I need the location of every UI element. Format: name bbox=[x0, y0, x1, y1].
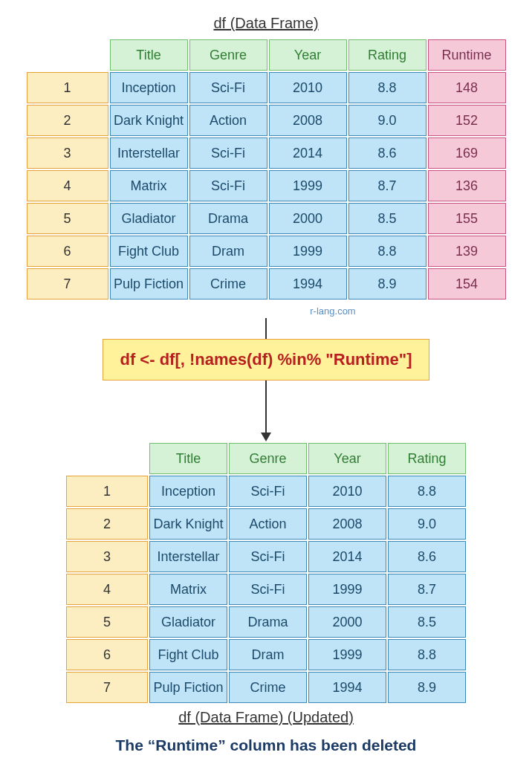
cell: Drama bbox=[229, 606, 307, 638]
col-header: Title bbox=[149, 443, 227, 474]
cell: Pulp Fiction bbox=[110, 268, 188, 299]
cell: Sci-Fi bbox=[229, 574, 307, 605]
arrow-down-icon bbox=[7, 318, 525, 339]
cell: 1999 bbox=[269, 170, 347, 201]
table1-title: df (Data Frame) bbox=[7, 15, 525, 32]
cell: 2008 bbox=[269, 105, 347, 136]
cell: Crime bbox=[229, 672, 307, 703]
cell: 2008 bbox=[308, 508, 386, 540]
col-header: Year bbox=[308, 443, 386, 474]
cell: Dram bbox=[189, 236, 267, 267]
col-header: Genre bbox=[229, 443, 307, 474]
row-index: 2 bbox=[66, 508, 148, 540]
cell: 2000 bbox=[269, 203, 347, 234]
row-index: 3 bbox=[66, 541, 148, 572]
cell: 9.0 bbox=[388, 508, 466, 540]
col-header-runtime: Runtime bbox=[428, 39, 506, 71]
row-index: 7 bbox=[66, 672, 148, 703]
cell: 8.6 bbox=[348, 137, 426, 169]
corner bbox=[66, 443, 148, 474]
cell: 8.8 bbox=[388, 476, 466, 507]
row-index: 3 bbox=[27, 137, 108, 169]
cell: Matrix bbox=[149, 574, 227, 605]
cell: 8.5 bbox=[388, 606, 466, 638]
cell-runtime: 152 bbox=[428, 105, 506, 136]
cell: 2010 bbox=[308, 476, 386, 507]
cell-runtime: 148 bbox=[428, 72, 506, 103]
row-index: 5 bbox=[66, 606, 148, 638]
cell: Dark Knight bbox=[110, 105, 188, 136]
cell: Action bbox=[229, 508, 307, 540]
cell: Interstellar bbox=[149, 541, 227, 572]
cell: Sci-Fi bbox=[229, 476, 307, 507]
table2: Title Genre Year Rating 1 Inception Sci-… bbox=[65, 441, 467, 705]
cell: Sci-Fi bbox=[189, 170, 267, 201]
cell-runtime: 136 bbox=[428, 170, 506, 201]
cell: Sci-Fi bbox=[229, 541, 307, 572]
cell: 2014 bbox=[269, 137, 347, 169]
cell: Inception bbox=[149, 476, 227, 507]
cell: Action bbox=[189, 105, 267, 136]
row-index: 7 bbox=[27, 268, 108, 299]
cell-runtime: 154 bbox=[428, 268, 506, 299]
row-index: 1 bbox=[66, 476, 148, 507]
cell: Fight Club bbox=[110, 236, 188, 267]
cell: Sci-Fi bbox=[189, 137, 267, 169]
col-header: Rating bbox=[348, 39, 426, 71]
cell: 8.8 bbox=[388, 639, 466, 670]
code-snippet: df <- df[, !names(df) %in% "Runtime"] bbox=[103, 339, 429, 380]
cell: Dark Knight bbox=[149, 508, 227, 540]
row-index: 6 bbox=[66, 639, 148, 670]
row-index: 6 bbox=[27, 236, 108, 267]
cell: Interstellar bbox=[110, 137, 188, 169]
cell: 8.5 bbox=[348, 203, 426, 234]
cell: 8.9 bbox=[348, 268, 426, 299]
cell: 1999 bbox=[308, 574, 386, 605]
corner bbox=[27, 39, 108, 71]
arrow-down-icon bbox=[7, 380, 525, 441]
cell: 1999 bbox=[308, 639, 386, 670]
row-index: 1 bbox=[27, 72, 108, 103]
cell: Sci-Fi bbox=[189, 72, 267, 103]
cell: Gladiator bbox=[110, 203, 188, 234]
col-header: Rating bbox=[388, 443, 466, 474]
cell: 2010 bbox=[269, 72, 347, 103]
cell: Drama bbox=[189, 203, 267, 234]
cell: 8.7 bbox=[388, 574, 466, 605]
col-header: Year bbox=[269, 39, 347, 71]
cell-runtime: 139 bbox=[428, 236, 506, 267]
col-header: Title bbox=[110, 39, 188, 71]
cell: Fight Club bbox=[149, 639, 227, 670]
cell: Dram bbox=[229, 639, 307, 670]
cell: 8.7 bbox=[348, 170, 426, 201]
row-index: 4 bbox=[27, 170, 108, 201]
cell: 8.6 bbox=[388, 541, 466, 572]
cell: Crime bbox=[189, 268, 267, 299]
caption: The “Runtime” column has been deleted bbox=[7, 736, 525, 754]
cell: 1994 bbox=[308, 672, 386, 703]
cell: Matrix bbox=[110, 170, 188, 201]
cell: Inception bbox=[110, 72, 188, 103]
table1: Title Genre Year Rating Runtime 1 Incept… bbox=[25, 38, 507, 301]
cell: 1994 bbox=[269, 268, 347, 299]
row-index: 4 bbox=[66, 574, 148, 605]
row-index: 2 bbox=[27, 105, 108, 136]
cell: 8.8 bbox=[348, 236, 426, 267]
cell: 8.9 bbox=[388, 672, 466, 703]
cell-runtime: 169 bbox=[428, 137, 506, 169]
table2-title: df (Data Frame) (Updated) bbox=[7, 709, 525, 726]
cell: 8.8 bbox=[348, 72, 426, 103]
cell-runtime: 155 bbox=[428, 203, 506, 234]
cell: Pulp Fiction bbox=[149, 672, 227, 703]
credit-text: r-lang.com bbox=[7, 305, 525, 317]
cell: 9.0 bbox=[348, 105, 426, 136]
cell: 2014 bbox=[308, 541, 386, 572]
cell: 1999 bbox=[269, 236, 347, 267]
row-index: 5 bbox=[27, 203, 108, 234]
cell: 2000 bbox=[308, 606, 386, 638]
cell: Gladiator bbox=[149, 606, 227, 638]
col-header: Genre bbox=[189, 39, 267, 71]
